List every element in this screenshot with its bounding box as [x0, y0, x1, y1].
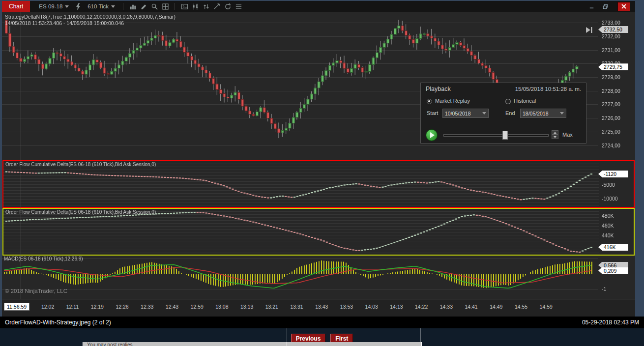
- chart-window: Chart ES 09-18 610 Tick: [2, 1, 635, 317]
- snapshot-icon[interactable]: [179, 1, 190, 11]
- chart-style-icon[interactable]: [127, 1, 138, 11]
- window-controls: [586, 1, 635, 11]
- chevron-down-icon: [65, 5, 69, 8]
- time-axis[interactable]: 11:56:59 12:0212:1112:1912:2612:3312:431…: [2, 299, 635, 317]
- time-tick-label: 12:33: [141, 304, 153, 310]
- toolbar-separator: [123, 3, 123, 10]
- speed-spinner: [552, 130, 558, 140]
- time-tick-label: 14:33: [440, 304, 453, 310]
- close-icon[interactable]: [617, 2, 630, 11]
- time-tick-label: 14:55: [515, 304, 527, 310]
- spinner-up-icon[interactable]: [552, 130, 558, 135]
- time-tick-label: 13:13: [240, 304, 253, 310]
- cumulative-delta-cumulative-panel: Order Flow Cumulative Delta(ES 06-18 (61…: [2, 208, 635, 256]
- time-tick-label: 13:31: [290, 304, 303, 310]
- posting-rules-text: You may post replies: [83, 342, 421, 346]
- market-replay-label: Market Replay: [435, 98, 470, 104]
- table-cell-divider: [287, 342, 287, 346]
- chevron-down-icon: [111, 5, 115, 8]
- market-replay-radio[interactable]: Market Replay: [427, 98, 470, 104]
- end-date-select[interactable]: 18/05/2018: [520, 109, 566, 118]
- playback-panel: Playback 15/05/2018 10:51:28 a. m. Marke…: [420, 83, 586, 144]
- time-tick-label: 12:43: [166, 304, 178, 310]
- time-tick-label: 14:03: [365, 304, 378, 310]
- image-caption-bar: OrderFlowAD-With-Strategy.jpeg (2 of 2) …: [0, 317, 644, 328]
- image-datetime: 05-29-2018 02:43 PM: [582, 319, 639, 326]
- time-tick-label: 13:53: [340, 304, 353, 310]
- time-tick-label: 13:21: [265, 304, 278, 310]
- time-tick-label: 12:59: [191, 304, 204, 310]
- time-tick-labels: 12:0212:1112:1912:2612:3312:4312:5913:08…: [41, 304, 553, 310]
- arrows-up-down-icon[interactable]: [201, 1, 211, 11]
- interval-selector[interactable]: 610 Tick: [84, 1, 119, 12]
- chevron-down-icon: [560, 112, 564, 115]
- lightning-icon[interactable]: [73, 1, 84, 11]
- time-tick-label: 14:59: [540, 304, 553, 310]
- time-tick-label: 12:11: [66, 304, 79, 310]
- chevron-down-icon: [482, 112, 486, 115]
- start-date-value: 10/05/2018: [445, 111, 471, 116]
- time-tick-label: 14:22: [415, 304, 428, 310]
- tab-chart[interactable]: Chart: [2, 1, 30, 12]
- time-tick-label: 12:19: [91, 304, 104, 310]
- playback-title: Playback: [426, 86, 451, 92]
- image-filename: OrderFlowAD-With-Strategy.jpeg (2 of 2): [5, 319, 111, 326]
- time-tick-label: 13:43: [315, 304, 328, 310]
- toolbar-separator: [175, 3, 175, 10]
- toolbar: Chart ES 09-18 610 Tick: [2, 1, 635, 12]
- speed-slider-track[interactable]: [443, 134, 549, 137]
- cd1-panel-label: Order Flow Cumulative Delta(ES 06-18 (61…: [5, 162, 156, 167]
- max-speed-label: Max: [562, 132, 573, 138]
- cumulative-delta-session-canvas[interactable]: [3, 161, 599, 207]
- spinner-down-icon[interactable]: [552, 135, 558, 139]
- go-to-end-icon[interactable]: [585, 27, 593, 35]
- cd2-panel-label: Order Flow Cumulative Delta(ES 06-18 (61…: [5, 209, 156, 215]
- ninjatrader-watermark: © 2018 NinjaTrader, LLC: [5, 288, 67, 294]
- cumulative-delta-session-panel: Order Flow Cumulative Delta(ES 06-18 (61…: [2, 160, 635, 208]
- pencil-icon[interactable]: [138, 1, 149, 11]
- list-icon[interactable]: [233, 1, 244, 11]
- date-range-label: 14/05/2018 11:53:23.406 - 14/05/2018 15:…: [5, 20, 124, 26]
- minimize-icon[interactable]: [586, 1, 597, 11]
- refresh-icon[interactable]: [222, 1, 233, 11]
- macd-panel-label: MACD(ES 06-18 (610 Tick),12,26,9): [4, 256, 83, 261]
- historical-radio[interactable]: Historical: [505, 98, 536, 104]
- posting-rules-partial-row: You may post replies: [83, 342, 422, 346]
- trend-arrow-icon[interactable]: [211, 1, 222, 11]
- instrument-selector[interactable]: ES 09-18: [35, 1, 73, 12]
- instrument-label: ES 09-18: [39, 3, 62, 9]
- zoom-icon[interactable]: [149, 1, 160, 11]
- forum-footer: Previous First You may post replies: [0, 328, 644, 346]
- time-tick-label: 13:08: [215, 304, 228, 310]
- end-date-value: 18/05/2018: [523, 111, 549, 116]
- candlestick-icon[interactable]: [190, 1, 201, 11]
- grid-icon[interactable]: [160, 1, 171, 11]
- time-tick-label: 14:49: [490, 304, 502, 310]
- speed-slider-thumb[interactable]: [502, 131, 508, 140]
- time-tick-label: 14:13: [390, 304, 403, 310]
- interval-label: 610 Tick: [88, 3, 109, 9]
- time-cursor-badge: 11:56:59: [4, 303, 29, 311]
- start-date-select[interactable]: 10/05/2018: [442, 109, 489, 118]
- time-tick-label: 12:26: [116, 304, 128, 310]
- macd-panel: MACD(ES 06-18 (610 Tick),12,26,9) © 2018…: [2, 256, 635, 299]
- play-button[interactable]: [426, 129, 438, 141]
- cumulative-delta-cumulative-canvas[interactable]: [3, 209, 599, 255]
- playback-header: Playback 15/05/2018 10:51:28 a. m.: [421, 83, 586, 92]
- end-label: End: [505, 110, 515, 116]
- historical-label: Historical: [514, 98, 536, 104]
- time-tick-label: 12:02: [41, 304, 54, 310]
- playback-timestamp: 15/05/2018 10:51:28 a. m.: [515, 86, 581, 92]
- restore-icon[interactable]: [600, 1, 611, 11]
- start-label: Start: [427, 110, 438, 116]
- macd-canvas[interactable]: [2, 256, 598, 299]
- time-tick-label: 14:41: [465, 304, 477, 310]
- strategy-label: StrategyDeltaNT8(7,True,1,100000,12,2000…: [5, 14, 176, 20]
- radio-unselected-icon: [505, 99, 511, 104]
- radio-selected-icon: [427, 99, 432, 104]
